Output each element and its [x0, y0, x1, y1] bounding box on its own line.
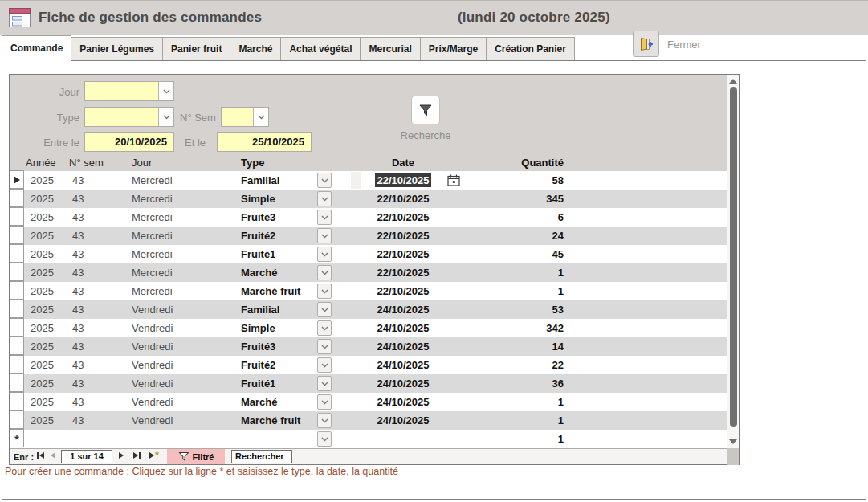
tab-panier-fruit[interactable]: Panier fruit	[162, 37, 230, 60]
type-dropdown-button[interactable]	[317, 357, 332, 373]
cell-date[interactable]: 24/10/2025	[361, 300, 446, 319]
scroll-up-arrow[interactable]	[729, 79, 737, 84]
record-selector[interactable]	[10, 226, 24, 244]
cell-date[interactable]: 22/10/2025	[361, 263, 446, 282]
cell-date[interactable]: 22/10/2025	[361, 227, 446, 245]
type-dropdown-button[interactable]	[317, 228, 332, 243]
record-selector[interactable]	[10, 207, 24, 226]
cell-quantite[interactable]: 14	[485, 337, 564, 356]
tab-achat-v-g-tal[interactable]: Achat végétal	[280, 37, 361, 60]
last-record-button[interactable]	[133, 452, 141, 459]
record-selector[interactable]	[10, 337, 24, 355]
new-record-button[interactable]: *	[149, 452, 159, 459]
num-sem-combobox[interactable]	[221, 107, 269, 127]
cell-quantite[interactable]: 53	[485, 300, 564, 319]
type-dropdown-button[interactable]	[317, 191, 332, 206]
scrollbar-thumb[interactable]	[730, 87, 737, 427]
record-selector[interactable]	[10, 355, 24, 373]
tab-march-[interactable]: Marché	[230, 37, 281, 60]
type-dropdown-button[interactable]	[317, 339, 332, 354]
entre-le-date-field[interactable]: 20/10/2025	[84, 132, 174, 152]
fermer-button[interactable]	[633, 31, 659, 57]
filtered-indicator[interactable]: Filtré	[167, 449, 225, 464]
cell-quantite[interactable]: 36	[485, 374, 564, 393]
type-dropdown-button[interactable]	[317, 210, 332, 225]
cell-type[interactable]: Familial	[241, 300, 316, 319]
record-selector[interactable]	[10, 392, 24, 410]
type-dropdown-button[interactable]	[317, 431, 332, 447]
cell-type[interactable]: Fruité2	[241, 227, 316, 245]
type-dropdown-button[interactable]	[317, 247, 332, 262]
cell-date[interactable]: 22/10/2025	[361, 245, 446, 263]
scroll-down-arrow[interactable]	[729, 439, 737, 444]
cell-type[interactable]: Familial	[241, 171, 316, 190]
cell-quantite[interactable]: 6	[485, 208, 564, 227]
type-dropdown-button[interactable]	[317, 265, 332, 280]
type-dropdown-button[interactable]	[158, 108, 173, 126]
cell-type[interactable]: Fruité1	[241, 374, 316, 393]
cell-type[interactable]: Fruité2	[241, 356, 316, 374]
cell-quantite[interactable]: 1	[485, 430, 564, 448]
cell-date[interactable]: 22/10/2025	[361, 282, 446, 300]
cell-quantite[interactable]: 58	[485, 171, 564, 190]
type-dropdown-button[interactable]	[317, 320, 332, 336]
cell-date[interactable]: 24/10/2025	[361, 393, 446, 411]
vertical-scrollbar[interactable]	[727, 75, 739, 448]
cell-type[interactable]: Simple	[241, 190, 316, 208]
cell-date[interactable]: 24/10/2025	[361, 374, 446, 393]
cell-type[interactable]: Simple	[241, 319, 316, 337]
record-selector[interactable]	[10, 281, 24, 300]
cell-date[interactable]: 22/10/2025	[361, 171, 446, 190]
cell-date[interactable]: 24/10/2025	[361, 337, 446, 356]
jour-dropdown-button[interactable]	[158, 82, 173, 100]
cell-quantite[interactable]: 22	[485, 356, 564, 374]
record-selector[interactable]	[10, 170, 24, 189]
record-selector[interactable]	[10, 300, 24, 318]
tab-mercurial[interactable]: Mercurial	[360, 37, 420, 60]
record-selector[interactable]	[10, 410, 24, 429]
et-le-date-field[interactable]: 25/10/2025	[217, 132, 312, 152]
next-record-button[interactable]	[119, 452, 124, 459]
cell-date[interactable]: 22/10/2025	[361, 208, 446, 227]
type-combobox[interactable]	[84, 107, 174, 127]
cell-quantite[interactable]: 1	[485, 411, 564, 430]
previous-record-button[interactable]	[51, 452, 55, 459]
cell-quantite[interactable]: 342	[485, 319, 564, 337]
type-dropdown-button[interactable]	[317, 376, 332, 391]
record-selector[interactable]	[10, 189, 24, 207]
cell-quantite[interactable]: 45	[485, 245, 564, 263]
cell-type[interactable]: Marché fruit	[241, 411, 316, 430]
tab-commande[interactable]: Commande	[2, 35, 71, 61]
cell-type[interactable]: Marché fruit	[241, 282, 316, 300]
type-dropdown-button[interactable]	[317, 284, 332, 299]
type-dropdown-button[interactable]	[317, 413, 332, 428]
record-selector[interactable]	[10, 244, 24, 263]
num-sem-dropdown-button[interactable]	[253, 108, 268, 126]
cell-date[interactable]: 24/10/2025	[361, 411, 446, 430]
cell-date[interactable]: 22/10/2025	[361, 190, 446, 208]
tab-panier-l-gumes[interactable]: Panier Légumes	[71, 37, 163, 60]
first-record-button[interactable]	[37, 452, 44, 459]
cell-quantite[interactable]: 1	[485, 263, 564, 282]
record-selector[interactable]	[10, 373, 24, 392]
record-selector[interactable]	[10, 318, 24, 337]
record-selector[interactable]	[10, 263, 24, 281]
rechercher-search-box[interactable]: Rechercher	[231, 450, 292, 463]
cell-type[interactable]: Marché	[241, 393, 316, 411]
new-record-selector[interactable]: *	[10, 429, 24, 447]
type-dropdown-button[interactable]	[317, 394, 332, 410]
record-count-box[interactable]: 1 sur 14	[61, 450, 112, 463]
tab-cr-ation-panier[interactable]: Création Panier	[486, 37, 575, 60]
recherche-button[interactable]	[411, 96, 440, 124]
cell-type[interactable]: Fruité3	[241, 337, 316, 356]
cell-quantite[interactable]: 1	[485, 282, 564, 300]
cell-date[interactable]: 24/10/2025	[361, 356, 446, 374]
cell-quantite[interactable]: 24	[485, 227, 564, 245]
cell-date[interactable]: 24/10/2025	[361, 319, 446, 337]
tab-prix-marge[interactable]: Prix/Marge	[420, 37, 487, 60]
cell-quantite[interactable]: 345	[485, 190, 564, 208]
type-dropdown-button[interactable]	[317, 173, 332, 188]
type-dropdown-button[interactable]	[317, 302, 332, 317]
cell-type[interactable]: Marché	[241, 263, 316, 282]
cell-type[interactable]: Fruité1	[241, 245, 316, 263]
